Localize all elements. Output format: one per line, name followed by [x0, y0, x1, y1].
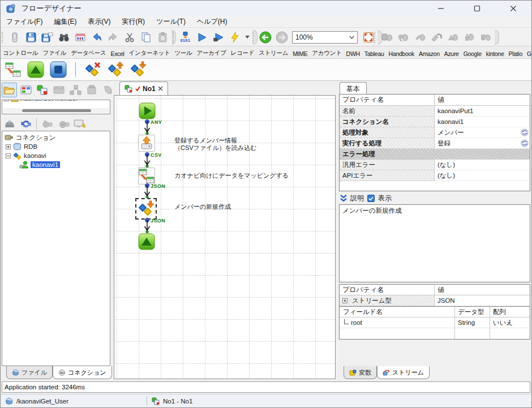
tree-root-connection[interactable]: コネクション: [2, 133, 110, 142]
refresh-button[interactable]: [18, 117, 33, 131]
forward-button[interactable]: [273, 30, 290, 45]
menu-edit[interactable]: 編集(E): [48, 16, 82, 28]
palette-tab[interactable]: Excel: [108, 49, 126, 58]
palette-tab[interactable]: Platio: [506, 49, 524, 58]
expander-plus-icon[interactable]: [4, 100, 9, 101]
field-row[interactable]: root String いいえ: [340, 317, 530, 328]
start-tool[interactable]: [27, 61, 45, 79]
service-button[interactable]: [2, 117, 17, 131]
palette-tab[interactable]: kintone: [484, 49, 507, 58]
node-start[interactable]: [139, 102, 156, 119]
tab-basic[interactable]: 基本: [340, 82, 367, 94]
kaonavi-get-tool[interactable]: [129, 61, 147, 79]
palette-tab[interactable]: Azure: [442, 49, 461, 58]
package-button-5[interactable]: [444, 30, 461, 45]
node-kaonavi-put-selected[interactable]: [135, 198, 157, 220]
tab-variables[interactable]: 変数: [344, 366, 377, 379]
flow-arrow[interactable]: [144, 220, 151, 233]
menu-view[interactable]: 表示(V): [82, 16, 116, 28]
palette-tab[interactable]: コントロール: [1, 48, 40, 58]
expander-minus-icon[interactable]: [6, 153, 11, 158]
script-tab-no1[interactable]: No1: [119, 81, 168, 95]
node-end[interactable]: [138, 233, 155, 250]
menu-help[interactable]: ヘルプ(H): [191, 16, 233, 28]
scrollbar-thumb[interactable]: [22, 109, 91, 112]
reload-values-icon[interactable]: [521, 139, 529, 147]
palette-tab[interactable]: Google: [461, 49, 484, 58]
paste-button[interactable]: [154, 30, 170, 45]
package-button-4[interactable]: [428, 30, 444, 45]
project-list[interactable]: KaonaviGet-Member: [2, 100, 110, 114]
connect-button-disabled[interactable]: [40, 117, 55, 131]
disconnect-button-disabled[interactable]: [56, 117, 71, 131]
package-button-2[interactable]: [395, 30, 411, 45]
save-button[interactable]: [23, 30, 39, 45]
new-script-list-button[interactable]: [35, 83, 50, 97]
new-script-button[interactable]: [6, 30, 23, 45]
undo-button[interactable]: [88, 30, 105, 45]
group-handle[interactable]: [2, 32, 4, 43]
minimize-button[interactable]: [423, 1, 459, 16]
show-description-checkbox[interactable]: [367, 195, 375, 202]
copy-button[interactable]: [138, 30, 154, 45]
mapper-tool[interactable]: [4, 61, 22, 79]
menu-file[interactable]: ファイル(F): [1, 16, 48, 28]
kaonavi-delete-tool[interactable]: [84, 61, 102, 79]
variables-button[interactable]: [72, 30, 88, 45]
tab-stream[interactable]: ストリーム: [377, 366, 430, 379]
run-button[interactable]: [194, 30, 210, 45]
edit-connection-button-disabled[interactable]: [72, 117, 88, 131]
horizontal-scrollbar[interactable]: [3, 108, 109, 113]
package-button-3[interactable]: [411, 30, 428, 45]
save-all-button[interactable]: [39, 30, 55, 45]
tree-item-kaonavi1[interactable]: kaonavi1: [2, 160, 110, 169]
description-box[interactable]: メンバーの新規作成: [339, 204, 530, 282]
task-item-script[interactable]: No1 - No1: [147, 394, 197, 407]
test-run-button[interactable]: [226, 30, 243, 45]
cut-button[interactable]: [121, 30, 138, 45]
tab-connections[interactable]: コネクション: [53, 366, 112, 379]
menu-run[interactable]: 実行(R): [116, 16, 151, 28]
expander-plus-icon[interactable]: [6, 144, 11, 149]
test-run-dropdown[interactable]: [243, 30, 252, 45]
end-tool[interactable]: [49, 61, 67, 79]
palette-tab[interactable]: Gravio: [525, 49, 531, 58]
reload-values-icon[interactable]: [521, 128, 529, 136]
palette-tab[interactable]: アーカイブ: [195, 48, 229, 58]
import-button-disabled[interactable]: [100, 83, 115, 97]
group-handle[interactable]: [173, 32, 175, 43]
project-view-button[interactable]: [18, 83, 33, 97]
group-handle[interactable]: [252, 32, 255, 43]
package-button-1[interactable]: [379, 30, 395, 45]
expander-plus-icon[interactable]: [342, 298, 347, 303]
palette-tab[interactable]: ストリーム: [256, 48, 290, 58]
palette-tab[interactable]: ファイル: [40, 48, 68, 58]
open-project-button[interactable]: [2, 83, 17, 97]
tree-item-kaonavi[interactable]: kaonavi: [2, 151, 110, 160]
back-button[interactable]: [257, 30, 273, 45]
search-button[interactable]: [55, 30, 72, 45]
menu-tools[interactable]: ツール(T): [151, 16, 191, 28]
palette-tab[interactable]: インターネット: [127, 48, 173, 58]
redo-button[interactable]: [105, 30, 121, 45]
collapse-chevron-icon[interactable]: [340, 195, 347, 202]
palette-tab[interactable]: アカウント: [310, 48, 344, 58]
palette-tab[interactable]: Amazon: [417, 49, 442, 58]
project-list-item[interactable]: KaonaviGet-Member: [4, 100, 78, 102]
archive-button-disabled[interactable]: [84, 83, 99, 97]
close-button[interactable]: [495, 1, 531, 16]
debug-run-button[interactable]: [210, 30, 226, 45]
flow-arrow[interactable]: [144, 185, 151, 199]
tree-item-rdb[interactable]: RDB: [2, 142, 110, 151]
palette-tab[interactable]: Handbook: [386, 49, 416, 58]
palette-tab[interactable]: Tableau: [362, 49, 387, 58]
maximize-button[interactable]: [459, 1, 495, 16]
close-tab-icon[interactable]: [158, 86, 163, 91]
node-csv-read[interactable]: [138, 135, 155, 152]
node-mapper[interactable]: [138, 168, 155, 184]
kaonavi-put-tool[interactable]: [106, 61, 125, 79]
task-item-project[interactable]: /kaonaviGet_User: [1, 394, 147, 407]
palette-tab[interactable]: MIME: [290, 49, 310, 58]
flow-arrow[interactable]: [144, 154, 151, 168]
zoom-select[interactable]: 100%: [292, 31, 358, 44]
